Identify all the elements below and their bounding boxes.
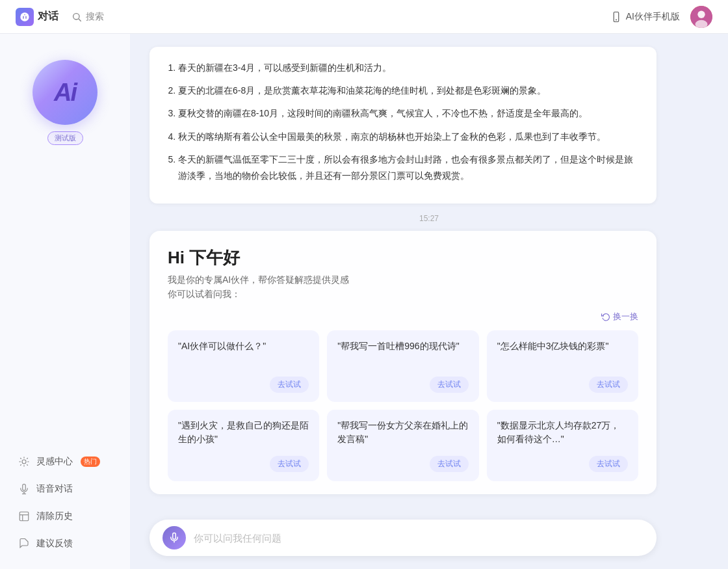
search-text: 搜索: [86, 11, 104, 23]
try-button-5[interactable]: 去试试: [589, 456, 628, 472]
header-left: 对话 搜索: [16, 8, 104, 26]
list-item: 秋天的喀纳斯有着公认全中国最美的秋景，南京的胡杨林也开始染上了金秋的色彩，瓜果也…: [178, 129, 641, 145]
header-right: AI伙伴手机版: [610, 6, 712, 28]
beta-badge: 测试版: [47, 131, 83, 145]
suggestion-text-1: "帮我写一首吐槽996的现代诗": [337, 339, 468, 370]
search-icon: [72, 12, 82, 22]
mobile-button[interactable]: AI伙伴手机版: [610, 11, 680, 23]
welcome-card: Hi 下午好 我是你的专属AI伙伴，帮你答疑解惑提供灵感 你可以试着问我： 换一…: [150, 231, 656, 494]
sidebar-item-voice[interactable]: 语音对话: [10, 477, 120, 501]
suggestion-text-2: "怎么样能中3亿块钱的彩票": [497, 339, 628, 370]
svg-line-2: [79, 19, 81, 21]
ai-logo-circle: Ai: [32, 60, 98, 125]
inspiration-label: 灵感中心: [36, 456, 73, 468]
suggestion-card-2[interactable]: "怎么样能中3亿块钱的彩票" 去试试: [487, 330, 638, 402]
sidebar-item-clear[interactable]: 清除历史: [10, 504, 120, 529]
list-item: 春天的新疆在3-4月，可以感受到新疆的生机和活力。: [178, 60, 641, 76]
logo-text: 对话: [38, 10, 58, 23]
mic-button[interactable]: [162, 526, 186, 549]
switch-label: 换一换: [613, 311, 638, 323]
switch-button[interactable]: 换一换: [601, 311, 638, 323]
clear-icon: [18, 510, 30, 522]
svg-line-13: [20, 458, 21, 459]
input-container: [150, 520, 656, 556]
suggestion-text-3: "遇到火灾，是救自己的狗还是陌生的小孩": [178, 419, 309, 449]
header: 对话 搜索 AI伙伴手机版: [0, 0, 728, 34]
chat-input-area: [130, 509, 728, 569]
inspiration-icon: [18, 456, 30, 468]
sidebar-item-inspiration[interactable]: 灵感中心 热门: [10, 449, 120, 474]
try-button-3[interactable]: 去试试: [270, 456, 309, 472]
sidebar-logo-area: Ai 测试版: [0, 47, 130, 161]
list-item: 夏天的北疆在6-8月，是欣赏薰衣草花海和油菜花海的绝佳时机，到处都是色彩斑斓的景…: [178, 83, 641, 99]
suggestion-card-5[interactable]: "数据显示北京人均存款27万，如何看待这个…" 去试试: [487, 410, 638, 481]
suggestions-grid: "AI伙伴可以做什么？" 去试试 "帮我写一首吐槽996的现代诗" 去试试 "怎…: [168, 330, 638, 481]
ai-message-previous: 春天的新疆在3-4月，可以感受到新疆的生机和活力。 夏天的北疆在6-8月，是欣赏…: [150, 47, 656, 204]
voice-icon: [18, 483, 30, 495]
user-avatar[interactable]: [690, 6, 712, 28]
try-button-1[interactable]: 去试试: [430, 377, 469, 393]
try-button-2[interactable]: 去试试: [589, 377, 628, 393]
try-button-4[interactable]: 去试试: [430, 456, 469, 472]
suggestion-card-0[interactable]: "AI伙伴可以做什么？" 去试试: [168, 330, 319, 402]
chat-area: 春天的新疆在3-4月，可以感受到新疆的生机和活力。 夏天的北疆在6-8月，是欣赏…: [130, 34, 728, 569]
svg-line-15: [20, 464, 21, 466]
clear-label: 清除历史: [36, 510, 73, 522]
search-area[interactable]: 搜索: [72, 11, 104, 23]
svg-rect-19: [20, 512, 29, 521]
chat-input[interactable]: [194, 533, 644, 544]
suggestions-header: 换一换: [168, 311, 638, 323]
ai-logo-icon: [16, 8, 34, 26]
svg-point-1: [73, 13, 79, 19]
suggestion-text-0: "AI伙伴可以做什么？": [178, 339, 309, 370]
timestamp: 15:27: [150, 214, 708, 223]
svg-point-0: [20, 12, 29, 21]
feedback-label: 建议反馈: [36, 538, 73, 549]
suggestion-card-1[interactable]: "帮我写一首吐槽996的现代诗" 去试试: [327, 330, 478, 402]
mic-icon: [168, 532, 180, 544]
suggestion-card-3[interactable]: "遇到火灾，是救自己的狗还是陌生的小孩" 去试试: [168, 410, 319, 481]
suggestion-text-4: "帮我写一份女方父亲在婚礼上的发言稿": [337, 419, 468, 449]
suggestion-card-4[interactable]: "帮我写一份女方父亲在婚礼上的发言稿" 去试试: [327, 410, 478, 481]
ai-logo-text: Ai: [54, 79, 76, 107]
svg-point-8: [22, 460, 26, 464]
list-item: 夏秋交替的南疆在8-10月，这段时间的南疆秋高气爽，气候宜人，不冷也不热，舒适度…: [178, 105, 641, 122]
refresh-icon: [601, 312, 610, 321]
svg-point-6: [697, 10, 705, 18]
mobile-btn-text: AI伙伴手机版: [626, 11, 680, 23]
try-button-0[interactable]: 去试试: [270, 377, 309, 393]
chat-scroll[interactable]: 春天的新疆在3-4月，可以感受到新疆的生机和活力。 夏天的北疆在6-8月，是欣赏…: [130, 34, 728, 509]
voice-label: 语音对话: [36, 483, 73, 495]
mobile-icon: [610, 11, 622, 23]
list-item: 冬天的新疆气温低至零下二三十度，所以会有很多地方会封山封路，也会有很多景点都关闭…: [178, 152, 641, 184]
svg-line-16: [27, 458, 28, 459]
logo-area[interactable]: 对话: [16, 8, 58, 26]
sidebar-item-feedback[interactable]: 建议反馈: [10, 531, 120, 556]
hot-badge: 热门: [81, 457, 100, 467]
sidebar-nav: 灵感中心 热门 语音对话 清除历史: [0, 449, 130, 556]
feedback-icon: [18, 538, 30, 549]
welcome-title: Hi 下午好: [168, 246, 638, 269]
sidebar: Ai 测试版 灵感中心 热门: [0, 34, 130, 569]
suggestion-text-5: "数据显示北京人均存款27万，如何看待这个…": [497, 419, 628, 449]
main-layout: Ai 测试版 灵感中心 热门: [0, 34, 728, 569]
welcome-hint: 你可以试着问我：: [168, 289, 638, 300]
avatar-image: [690, 6, 712, 28]
welcome-subtitle: 我是你的专属AI伙伴，帮你答疑解惑提供灵感: [168, 274, 638, 286]
svg-line-14: [27, 464, 28, 466]
